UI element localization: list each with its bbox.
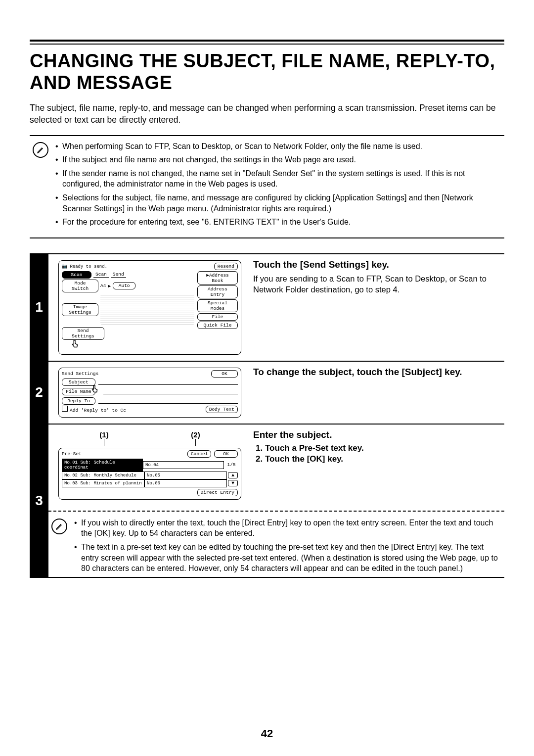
special-modes-button[interactable]: Special Modes	[197, 299, 238, 312]
step-3-screenshot: (1) (2) Pre-Set Cancel OK No.01 Sub:	[48, 425, 251, 506]
annotation-1: (1)	[99, 430, 108, 439]
step-number: 2	[30, 362, 48, 424]
title-rule	[30, 40, 504, 45]
page-indicator: 1/5	[225, 462, 238, 468]
step-1: 1 📷 Ready to send. Resend Scan Scan Send	[30, 253, 504, 362]
image-settings-button[interactable]: Image Settings	[62, 303, 98, 316]
file-name-field[interactable]	[103, 389, 238, 394]
preset-item[interactable]: No.06	[144, 479, 227, 487]
reply-to-field[interactable]	[98, 398, 238, 404]
step-number: 3	[30, 425, 48, 577]
intro-paragraph: The subject, file name, reply-to, and me…	[30, 102, 504, 126]
instruction-item: Touch the [OK] key.	[265, 454, 500, 464]
address-book-button[interactable]: ▶Address Book	[197, 271, 238, 284]
step-3-heading: Enter the subject.	[253, 429, 500, 440]
step-1-screenshot: 📷 Ready to send. Resend Scan Scan Send M…	[48, 254, 251, 361]
scroll-up-button[interactable]: ▲	[228, 472, 238, 478]
preset-panel: Pre-Set Cancel OK No.01 Sub: Schedule co…	[58, 448, 241, 500]
step-2-heading: To change the subject, touch the [Subjec…	[253, 367, 500, 378]
info-note-item: If the subject and file name are not cha…	[55, 154, 500, 165]
panel-title: Pre-Set	[62, 451, 82, 457]
step-3-note-item: If you wish to directly enter the text, …	[74, 518, 500, 539]
step-2-screenshot: Send Settings OK Subject File Name Reply…	[48, 362, 251, 424]
step-3-note-item: The text in a pre-set text key can be ed…	[74, 542, 500, 574]
step-1-text: If you are sending to a Scan to FTP, Sca…	[253, 273, 500, 295]
info-box: When performing Scan to FTP, Scan to Des…	[30, 135, 504, 238]
touch-pointer-icon	[70, 339, 194, 351]
preset-item[interactable]: No.03 Sub: Minutes of plannin	[62, 479, 144, 487]
pencil-icon	[51, 519, 67, 534]
step-number: 1	[30, 254, 48, 361]
step-2: 2 Send Settings OK Subject File Name	[30, 361, 504, 425]
info-note-list: When performing Scan to FTP, Scan to Des…	[55, 141, 504, 231]
scroll-down-button[interactable]: ▼	[228, 480, 238, 486]
info-note-item: When performing Scan to FTP, Scan to Des…	[55, 141, 500, 152]
send-col-label: Send	[111, 272, 126, 278]
mode-switch-button[interactable]: Mode Switch	[62, 280, 98, 292]
cc-label: Add 'Reply to' to Cc	[70, 408, 126, 413]
direct-entry-button[interactable]: Direct Entry	[197, 489, 238, 496]
instruction-item: Touch a Pre-Set text key.	[265, 443, 500, 453]
info-note-item: For the procedure for entering text, see…	[55, 217, 500, 228]
scan-panel: 📷 Ready to send. Resend Scan Scan Send M…	[58, 260, 241, 355]
file-button[interactable]: File	[197, 313, 238, 321]
resend-button[interactable]: Resend	[214, 263, 238, 270]
panel-title: Send Settings	[62, 371, 98, 377]
cc-checkbox[interactable]	[62, 406, 68, 412]
paper-size: A4	[100, 283, 106, 288]
preset-item[interactable]: No.04	[143, 461, 224, 469]
body-text-button[interactable]: Body Text	[206, 406, 238, 413]
dashed-separator	[48, 511, 504, 512]
touch-pointer-icon	[89, 384, 100, 396]
send-settings-panel: Send Settings OK Subject File Name Reply…	[58, 368, 241, 418]
step-3: 3 (1) (2) Pre-Set Cancel OK	[30, 424, 504, 578]
address-entry-button[interactable]: Address Entry	[197, 285, 238, 298]
step-3-note-list: If you wish to directly enter the text, …	[74, 518, 504, 577]
page-number: 42	[0, 727, 534, 740]
reply-to-button[interactable]: Reply-To	[62, 397, 95, 405]
scan-tab[interactable]: Scan	[62, 271, 91, 279]
preset-item[interactable]: No.05	[144, 472, 227, 479]
panel-status: Ready to send.	[70, 264, 107, 269]
info-note-item: If the sender name is not changed, the n…	[55, 168, 500, 189]
step-1-heading: Touch the [Send Settings] key.	[253, 259, 500, 270]
auto-button[interactable]: Auto	[113, 282, 135, 289]
cancel-button[interactable]: Cancel	[187, 450, 211, 458]
pencil-icon	[33, 142, 48, 158]
subject-field[interactable]	[98, 379, 238, 385]
step-3-instructions: Touch a Pre-Set text key. Touch the [OK]…	[253, 443, 500, 464]
page-title: CHANGING THE SUBJECT, FILE NAME, REPLY-T…	[30, 50, 504, 94]
annotation-2: (2)	[191, 430, 200, 439]
preset-item[interactable]: No.02 Sub: Monthly Schedule	[62, 472, 144, 479]
scan-col-label: Scan	[93, 272, 109, 278]
ok-button[interactable]: OK	[211, 370, 238, 378]
preset-item-selected[interactable]: No.01 Sub: Schedule coordinat	[62, 459, 143, 472]
quick-file-button[interactable]: Quick File	[197, 322, 238, 329]
ok-button[interactable]: OK	[214, 450, 238, 458]
info-note-item: Selections for the subject, file name, a…	[55, 192, 500, 214]
send-settings-button[interactable]: Send Settings	[62, 327, 104, 340]
